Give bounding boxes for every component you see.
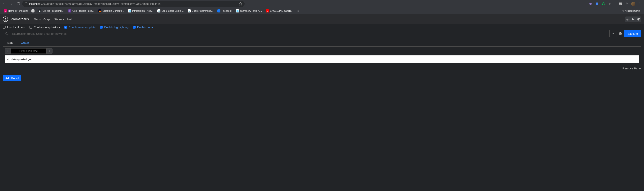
folder-icon [620, 10, 624, 12]
bookmark-item[interactable]: 🐳Labs: Basic Docke… [156, 9, 185, 13]
enable-highlighting-label[interactable]: Enable highlighting [104, 26, 128, 29]
svg-point-11 [640, 4, 640, 5]
bookmark-favicon: 🌐 [128, 10, 131, 12]
result-panel: No data queried yet [3, 46, 641, 65]
all-bookmarks-label: All Bookmarks [625, 10, 640, 12]
browser-toolbar: localhost:9090/graph?g0.expr=&g0.tab=1&g… [0, 0, 644, 8]
no-data-message: No data queried yet [4, 56, 640, 63]
extensions-icon[interactable] [608, 1, 613, 6]
bookmark-favicon: ▶ [266, 10, 269, 12]
bookmark-label: Outreachy Initial A… [240, 10, 262, 12]
bookmark-favicon: ◐ [38, 10, 42, 12]
nav-status[interactable]: Status▼ [54, 18, 64, 21]
media-controls-icon[interactable] [618, 1, 623, 6]
bookmark-label: Docker Command… [192, 10, 214, 12]
extension-icon-1[interactable] [588, 1, 593, 6]
back-button[interactable] [2, 1, 7, 7]
bookmark-favicon: f [217, 10, 220, 12]
bookmark-item[interactable] [30, 9, 36, 13]
bookmark-label: Go | Progate - Lea… [72, 10, 94, 12]
svg-line-14 [7, 34, 8, 35]
all-bookmarks-button[interactable]: All Bookmarks [619, 9, 642, 13]
bookmark-item[interactable]: fFacebook [216, 9, 234, 13]
address-bar[interactable]: localhost:9090/graph?g0.expr=&g0.tab=1&g… [22, 1, 244, 7]
enable-linter-label[interactable]: Enable linter [137, 26, 153, 29]
enable-linter-checkbox[interactable] [133, 26, 136, 28]
dark-mode-icon[interactable] [630, 16, 636, 22]
bookmark-label: Facebook [222, 10, 232, 12]
enable-query-history-label[interactable]: Enable query history [34, 26, 60, 29]
nav-alerts[interactable]: Alerts [33, 18, 41, 21]
expression-input[interactable] [10, 30, 610, 37]
svg-rect-6 [619, 3, 622, 3]
bookmark-item[interactable]: ▶Home | Pluralsight [2, 9, 29, 13]
bookmark-label: Labs: Basic Docke… [162, 10, 184, 12]
site-info-icon[interactable] [24, 2, 28, 5]
bookmark-favicon: P [68, 10, 71, 12]
extension-icon-2[interactable] [601, 1, 606, 6]
bookmark-favicon: 🐳 [188, 10, 191, 12]
svg-rect-7 [619, 4, 622, 4]
svg-point-5 [602, 2, 605, 5]
contrast-icon[interactable] [636, 16, 641, 22]
bookmark-item[interactable]: 🐳Docker Command… [186, 9, 215, 13]
prometheus-logo [3, 16, 8, 22]
explain-button[interactable] [617, 30, 624, 37]
star-icon[interactable] [239, 2, 242, 6]
metrics-explorer-button[interactable] [3, 30, 10, 37]
execute-button[interactable]: Execute [624, 30, 641, 37]
menu-icon[interactable] [637, 1, 642, 6]
bookmark-favicon: 🌐 [236, 10, 239, 12]
bookmark-item[interactable]: PGo | Progate - Lea… [67, 9, 96, 13]
use-local-time-checkbox[interactable] [3, 26, 6, 28]
nav-help[interactable]: Help [67, 18, 73, 21]
enable-autocomplete-label[interactable]: Enable autocomplete [68, 26, 96, 29]
svg-point-3 [590, 3, 592, 5]
eval-time-next-button[interactable] [46, 48, 52, 54]
svg-rect-4 [596, 2, 598, 5]
enable-autocomplete-checkbox[interactable] [64, 26, 67, 28]
svg-rect-8 [619, 4, 622, 5]
bookmark-item[interactable]: 🌐Outreachy Initial A… [234, 9, 264, 13]
evaluation-time-input[interactable] [11, 48, 46, 54]
bookmarks-bar: ▶Home | Pluralsight◐GitHub - alisolanki…… [0, 8, 644, 14]
url-text: localhost:9090/graph?g0.expr=&g0.tab=1&g… [29, 2, 160, 5]
bookmark-item[interactable]: ▶EXCELLING OUTR… [264, 9, 295, 13]
forward-button[interactable] [8, 1, 14, 7]
result-tabs: Table Graph [3, 39, 641, 46]
downloads-icon[interactable] [624, 1, 630, 6]
settings-icon[interactable] [625, 16, 630, 22]
translate-icon[interactable] [594, 1, 600, 6]
prometheus-navbar: Prometheus Alerts Graph Status▼ Help [0, 14, 644, 24]
tab-table[interactable]: Table [3, 39, 17, 46]
bookmark-label: Home | Pluralsight [8, 10, 28, 12]
bookmark-item[interactable]: 🌐Introduction - Kod… [126, 9, 155, 13]
add-panel-button[interactable]: Add Panel [3, 75, 21, 81]
tab-graph[interactable]: Graph [17, 39, 32, 46]
bookmark-item[interactable]: ◐GitHub - alisolanki… [37, 9, 66, 13]
bookmark-label: EXCELLING OUTR… [270, 10, 294, 12]
format-expression-button[interactable] [610, 30, 617, 37]
bookmark-favicon: ▶ [4, 10, 7, 12]
remove-panel-link[interactable]: Remove Panel [3, 65, 641, 72]
bookmark-favicon: 🔥 [98, 10, 102, 12]
bookmarks-overflow[interactable] [296, 10, 301, 12]
bookmark-item[interactable]: 🔥Scientific Computi… [97, 9, 126, 13]
bookmark-favicon: 🐳 [157, 10, 160, 12]
bookmark-label: Introduction - Kod… [132, 10, 154, 12]
use-local-time-label[interactable]: Use local time [7, 26, 25, 29]
query-row: Execute [3, 30, 641, 37]
bookmark-favicon [32, 10, 34, 12]
svg-point-9 [640, 2, 640, 3]
svg-point-13 [5, 32, 7, 34]
reload-button[interactable] [15, 1, 21, 7]
svg-point-2 [26, 3, 26, 4]
enable-highlighting-checkbox[interactable] [100, 26, 103, 28]
eval-time-prev-button[interactable] [4, 48, 11, 54]
bookmark-label: GitHub - alisolanki… [42, 10, 64, 12]
enable-query-history-checkbox[interactable] [29, 26, 32, 28]
profile-avatar[interactable] [630, 1, 636, 6]
svg-point-10 [640, 4, 640, 4]
nav-graph[interactable]: Graph [44, 18, 52, 21]
query-options-row: Use local time Enable query history Enab… [0, 24, 644, 30]
